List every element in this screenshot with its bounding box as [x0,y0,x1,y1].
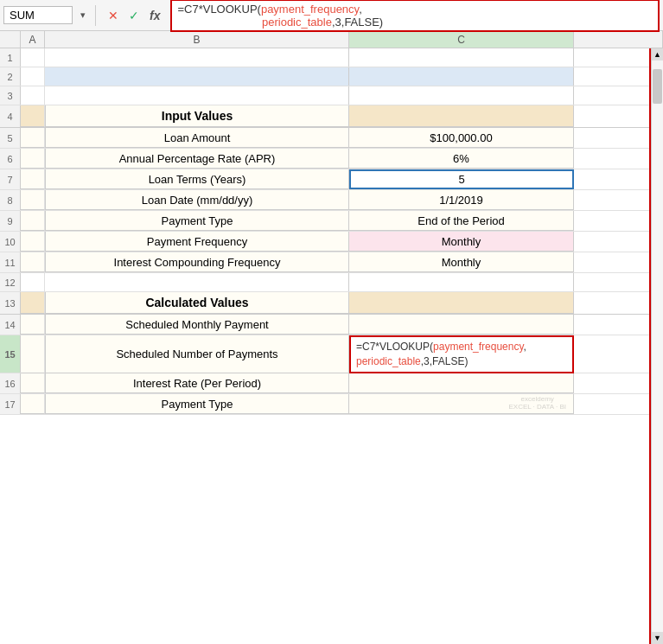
cell-rest-14 [574,315,651,335]
payment-type-calc-value[interactable]: exceldemyEXCEL · DATA · BI [349,394,574,414]
row-number: 6 [0,149,21,169]
scheduled-payments-label: Scheduled Number of Payments [45,335,349,373]
cell-c13[interactable] [349,292,574,314]
table-row: 9 Payment Type End of the Period [0,211,651,232]
cell-b3[interactable] [45,86,349,105]
payment-type-value[interactable]: End of the Period [349,211,574,231]
cell-b2[interactable] [45,67,349,86]
loan-terms-value[interactable]: 5 [349,169,574,189]
row-number: 3 [0,86,21,105]
scroll-thumb[interactable] [653,69,662,104]
formula-text: =C7*VLOOKUP(payment_frequency, periodic_… [177,3,383,29]
loan-date-value[interactable]: 1/1/2019 [349,190,574,210]
row-number: 9 [0,211,21,231]
cell-reference-box[interactable]: SUM [3,6,73,24]
cell-a4[interactable] [21,105,45,127]
spreadsheet: A B C 1 2 3 [0,31,663,644]
cell-rest-12 [574,273,651,291]
table-row: 8 Loan Date (mm/dd/yy) 1/1/2019 [0,190,651,211]
col-header-rest [574,31,663,48]
apr-value[interactable]: 6% [349,149,574,169]
cell-a7[interactable] [21,169,45,189]
loan-date-label: Loan Date (mm/dd/yy) [45,190,349,210]
col-header-a: A [21,31,45,48]
cell-a5[interactable] [21,128,45,148]
scroll-track[interactable] [652,61,663,632]
cell-rest-10 [574,232,651,252]
row-num-header [0,31,21,48]
table-row: 11 Interest Compounding Frequency Monthl… [0,252,651,273]
scroll-up-arrow[interactable]: ▲ [652,48,664,61]
cell-a12[interactable] [21,273,45,291]
payment-type-calc-label: Payment Type [45,394,349,414]
vertical-scrollbar[interactable]: ▲ ▼ [651,48,663,644]
row-number: 11 [0,252,21,272]
payment-frequency-value[interactable]: Monthly [349,232,574,252]
cancel-icon[interactable]: ✕ [105,7,122,24]
row-number: 1 [0,48,21,67]
row-number: 5 [0,128,21,148]
scroll-down-arrow[interactable]: ▼ [652,632,664,644]
function-icon[interactable]: fx [146,7,163,24]
cell-rest-4 [574,105,651,127]
column-headers: A B C [0,31,663,48]
formula-bar: SUM ▾ ✕ ✓ fx =C7*VLOOKUP(payment_frequen… [0,0,663,31]
table-row: 7 Loan Terms (Years) 5 [0,169,651,190]
cell-a3[interactable] [21,86,45,105]
table-row: 17 Payment Type exceldemyEXCEL · DATA · … [0,394,651,415]
row-number: 8 [0,190,21,210]
payment-frequency-label: Payment Frequency [45,232,349,252]
cell-c3[interactable] [349,86,574,105]
cell-rest-8 [574,190,651,210]
interest-compounding-value[interactable]: Monthly [349,252,574,272]
cell-c12[interactable] [349,273,574,291]
cell-a17[interactable] [21,394,45,414]
watermark: exceldemyEXCEL · DATA · BI [508,395,566,411]
cell-b1[interactable] [45,48,349,67]
interest-rate-period-value[interactable] [349,373,574,393]
row-number: 16 [0,373,21,393]
loan-amount-label: Loan Amount [45,128,349,148]
cell-a8[interactable] [21,190,45,210]
cell-a15[interactable] [21,335,45,373]
cell-a9[interactable] [21,211,45,231]
scheduled-monthly-payment-value[interactable] [349,315,574,335]
scheduled-payments-formula[interactable]: =C7*VLOOKUP(payment_frequency,periodic_t… [349,335,574,373]
table-row: 15 Scheduled Number of Payments =C7*VLOO… [0,335,651,373]
cell-rest-1 [574,48,651,67]
loan-amount-value[interactable]: $100,000.00 [349,128,574,148]
cell-rest-7 [574,169,651,189]
row-number: 15 [0,335,21,373]
table-row: 3 [0,86,651,105]
calculated-values-header: Calculated Values [45,292,349,314]
formula-display: =C7*VLOOKUP(payment_frequency,periodic_t… [356,340,526,369]
cell-a11[interactable] [21,252,45,272]
cell-c1[interactable] [349,48,574,67]
col-header-b: B [45,31,349,48]
formula-divider [95,5,96,26]
cell-ref-value: SUM [10,9,35,22]
cell-rest-6 [574,149,651,169]
row-number: 4 [0,105,21,127]
table-row: 10 Payment Frequency Monthly [0,232,651,252]
formula-input[interactable]: =C7*VLOOKUP(payment_frequency, periodic_… [170,0,660,32]
apr-label: Annual Percentage Rate (APR) [45,149,349,169]
cell-c2[interactable] [349,67,574,86]
cell-c4[interactable] [349,105,574,127]
table-row: 13 Calculated Values [0,292,651,315]
table-row: 1 [0,48,651,67]
cell-a10[interactable] [21,232,45,252]
cell-b12[interactable] [45,273,349,291]
cell-ref-dropdown[interactable]: ▾ [76,10,90,21]
confirm-icon[interactable]: ✓ [125,7,143,24]
cell-a14[interactable] [21,315,45,335]
cell-a1[interactable] [21,48,45,67]
cell-a13[interactable] [21,292,45,314]
cell-a6[interactable] [21,149,45,169]
interest-rate-period-label: Interest Rate (Per Period) [45,373,349,393]
row-number: 14 [0,315,21,335]
row-number: 10 [0,232,21,252]
cell-rest-16 [574,373,651,393]
cell-a16[interactable] [21,373,45,393]
cell-a2[interactable] [21,67,45,86]
